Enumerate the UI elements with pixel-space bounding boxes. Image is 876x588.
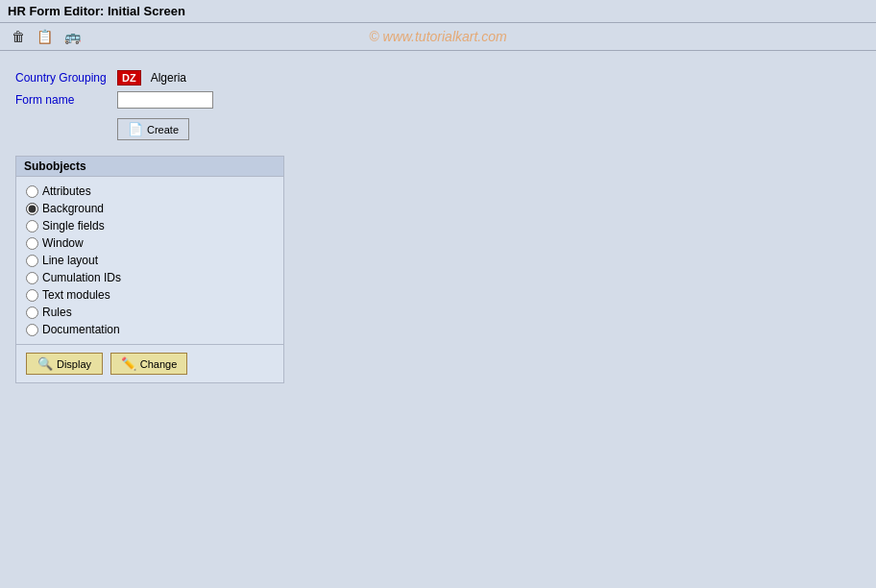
radio-single-fields-label[interactable]: Single fields: [42, 219, 105, 233]
radio-attributes-label[interactable]: Attributes: [42, 184, 91, 198]
radio-background-label[interactable]: Background: [42, 202, 104, 215]
delete-button[interactable]: 🗑: [8, 27, 29, 46]
country-grouping-label: Country Grouping: [15, 71, 111, 85]
change-button-label: Change: [140, 358, 178, 370]
radio-background[interactable]: Background: [26, 200, 274, 217]
title-text: HR Form Editor: Initial Screen: [8, 4, 185, 18]
radio-line-layout-label[interactable]: Line layout: [42, 254, 98, 267]
main-content: Country Grouping DZ Algeria Form name 📄 …: [0, 51, 876, 403]
radio-rules-label[interactable]: Rules: [42, 306, 72, 319]
country-grouping-value[interactable]: DZ: [117, 70, 141, 86]
form-name-input[interactable]: [117, 91, 213, 109]
radio-cumulation-ids-label[interactable]: Cumulation IDs: [42, 271, 121, 284]
country-grouping-row: Country Grouping DZ Algeria: [15, 70, 861, 86]
radio-documentation-input[interactable]: [26, 324, 38, 336]
radio-rules[interactable]: Rules: [26, 304, 274, 321]
display-button-label: Display: [57, 358, 91, 370]
create-button-label: Create: [147, 124, 179, 135]
radio-text-modules-input[interactable]: [26, 289, 38, 302]
action-buttons: 🔍 Display ✏️ Change: [16, 344, 283, 382]
create-doc-icon: 📄: [128, 122, 143, 136]
radio-cumulation-ids[interactable]: Cumulation IDs: [26, 269, 274, 286]
radio-single-fields[interactable]: Single fields: [26, 217, 274, 234]
subobjects-header: Subobjects: [16, 157, 283, 177]
radio-window[interactable]: Window: [26, 234, 274, 252]
radio-rules-input[interactable]: [26, 306, 38, 319]
create-button-row: 📄 Create: [15, 118, 861, 140]
radio-attributes-input[interactable]: [26, 185, 38, 198]
create-button[interactable]: 📄 Create: [117, 118, 189, 140]
change-icon: ✏️: [121, 356, 136, 371]
radio-text-modules[interactable]: Text modules: [26, 286, 274, 304]
radio-documentation-label[interactable]: Documentation: [42, 323, 120, 336]
radio-line-layout[interactable]: Line layout: [26, 252, 274, 269]
change-button[interactable]: ✏️ Change: [110, 353, 187, 375]
radio-attributes[interactable]: Attributes: [26, 183, 274, 200]
display-icon: 🔍: [37, 356, 53, 371]
radio-background-input[interactable]: [26, 203, 38, 215]
radio-line-layout-input[interactable]: [26, 255, 38, 267]
subobjects-body: Attributes Background Single fields Wind…: [16, 177, 283, 344]
radio-cumulation-ids-input[interactable]: [26, 272, 38, 284]
form-name-label: Form name: [15, 93, 111, 107]
radio-window-label[interactable]: Window: [42, 236, 84, 250]
toolbar: 🗑 📋 🚌 © www.tutorialkart.com: [0, 23, 876, 51]
radio-single-fields-input[interactable]: [26, 220, 38, 233]
radio-text-modules-label[interactable]: Text modules: [42, 288, 110, 302]
country-name: Algeria: [151, 71, 186, 85]
display-button[interactable]: 🔍 Display: [26, 353, 103, 375]
subobjects-panel: Subobjects Attributes Background Single …: [15, 156, 284, 383]
form-name-row: Form name: [15, 91, 861, 109]
transport-button[interactable]: 🚌: [61, 27, 85, 46]
copy-button[interactable]: 📋: [33, 27, 57, 46]
radio-documentation[interactable]: Documentation: [26, 321, 274, 338]
title-bar: HR Form Editor: Initial Screen: [0, 0, 876, 23]
watermark: © www.tutorialkart.com: [369, 29, 506, 44]
radio-window-input[interactable]: [26, 237, 38, 250]
